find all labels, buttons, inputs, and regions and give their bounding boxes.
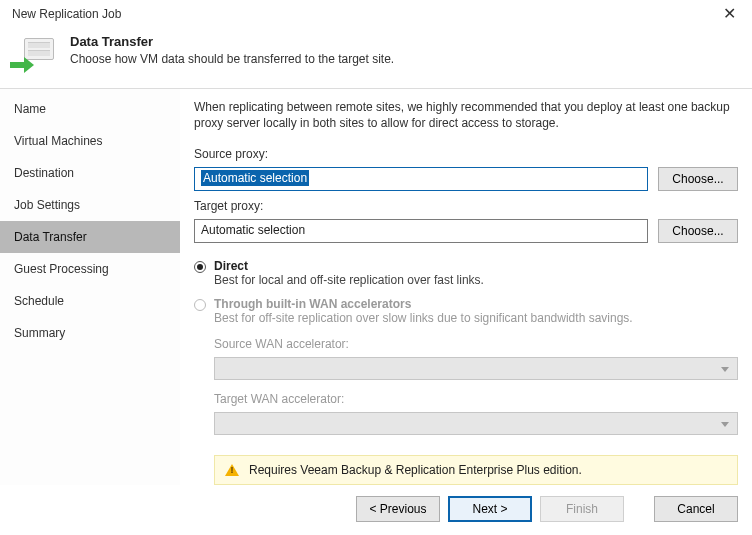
- sidebar-item-job-settings[interactable]: Job Settings: [0, 189, 180, 221]
- source-proxy-label: Source proxy:: [194, 147, 738, 161]
- target-wan-label: Target WAN accelerator:: [214, 392, 738, 406]
- sidebar-item-summary[interactable]: Summary: [0, 317, 180, 349]
- radio-direct-sub: Best for local and off-site replication …: [214, 273, 484, 287]
- intro-text: When replicating between remote sites, w…: [194, 99, 738, 131]
- close-icon[interactable]: ✕: [717, 6, 742, 22]
- target-proxy-input[interactable]: Automatic selection: [194, 219, 648, 243]
- sidebar-item-virtual-machines[interactable]: Virtual Machines: [0, 125, 180, 157]
- radio-direct[interactable]: [194, 261, 206, 273]
- edition-notice-text: Requires Veeam Backup & Replication Ente…: [249, 463, 582, 477]
- source-proxy-choose-button[interactable]: Choose...: [658, 167, 738, 191]
- wizard-content: When replicating between remote sites, w…: [180, 89, 752, 485]
- source-wan-select: [214, 357, 738, 380]
- radio-direct-title: Direct: [214, 259, 248, 273]
- radio-wan-sub: Best for off-site replication over slow …: [214, 311, 633, 325]
- sidebar-item-name[interactable]: Name: [0, 93, 180, 125]
- wizard-steps: Name Virtual Machines Destination Job Se…: [0, 89, 180, 485]
- warning-icon: [225, 464, 239, 476]
- source-wan-label: Source WAN accelerator:: [214, 337, 738, 351]
- sidebar-item-schedule[interactable]: Schedule: [0, 285, 180, 317]
- radio-wan-title: Through built-in WAN accelerators: [214, 297, 411, 311]
- edition-notice: Requires Veeam Backup & Replication Ente…: [214, 455, 738, 485]
- title-bar: New Replication Job ✕: [0, 0, 752, 28]
- wizard-footer: < Previous Next > Finish Cancel: [0, 485, 752, 533]
- wizard-header: Data Transfer Choose how VM data should …: [0, 28, 752, 88]
- finish-button: Finish: [540, 496, 624, 522]
- previous-button[interactable]: < Previous: [356, 496, 440, 522]
- page-title: Data Transfer: [70, 34, 394, 49]
- target-proxy-choose-button[interactable]: Choose...: [658, 219, 738, 243]
- target-wan-select: [214, 412, 738, 435]
- window-title: New Replication Job: [12, 7, 121, 21]
- page-subtitle: Choose how VM data should be transferred…: [70, 52, 394, 66]
- source-proxy-input[interactable]: Automatic selection: [194, 167, 648, 191]
- data-transfer-icon: [14, 34, 56, 76]
- sidebar-item-guest-processing[interactable]: Guest Processing: [0, 253, 180, 285]
- sidebar-item-destination[interactable]: Destination: [0, 157, 180, 189]
- radio-wan: [194, 299, 206, 311]
- next-button[interactable]: Next >: [448, 496, 532, 522]
- target-proxy-label: Target proxy:: [194, 199, 738, 213]
- cancel-button[interactable]: Cancel: [654, 496, 738, 522]
- sidebar-item-data-transfer[interactable]: Data Transfer: [0, 221, 180, 253]
